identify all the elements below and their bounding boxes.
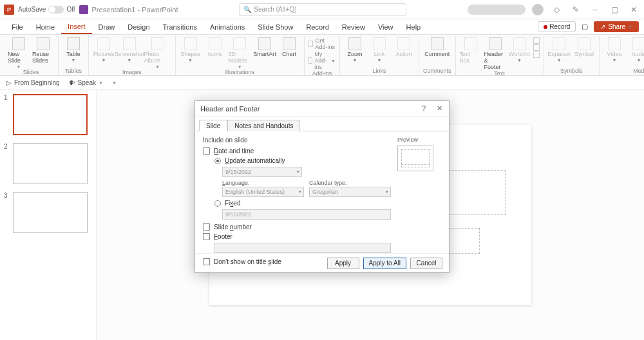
thumb-row-3[interactable]: 3 xyxy=(4,192,92,233)
apply-button[interactable]: Apply xyxy=(327,258,359,269)
tab-draw[interactable]: Draw xyxy=(92,21,122,33)
overflow-button[interactable]: ▼ xyxy=(112,80,117,85)
new-slide-button[interactable]: New Slide▼ xyxy=(8,37,30,69)
apply-to-all-button[interactable]: Apply to All xyxy=(363,258,406,269)
tab-help[interactable]: Help xyxy=(400,21,428,33)
smartart-button[interactable]: SmartArt xyxy=(254,37,276,57)
text-misc-2[interactable] xyxy=(533,44,540,51)
speak-button[interactable]: 🗣 Speak ▼ xyxy=(69,79,103,86)
fixed-date-field[interactable]: 9/15/2022 xyxy=(222,209,391,220)
header-footer-button[interactable]: Header & Footer xyxy=(484,37,506,70)
zoom-button[interactable]: Zoom▼ xyxy=(344,37,366,62)
tab-animations[interactable]: Animations xyxy=(204,21,251,33)
dialog-header[interactable]: Header and Footer ? ✕ xyxy=(195,101,449,117)
link-button[interactable]: Link▼ xyxy=(368,37,390,62)
slide-number-checkbox[interactable] xyxy=(203,223,210,231)
present-button[interactable]: ▢ xyxy=(580,22,590,32)
table-button[interactable]: Table▼ xyxy=(62,37,84,62)
tab-insert[interactable]: Insert xyxy=(61,20,92,34)
user-avatar-icon[interactable] xyxy=(532,4,544,15)
diamond-icon[interactable]: ◇ xyxy=(550,3,563,16)
photo-album-button[interactable]: Photo Album▼ xyxy=(144,37,171,69)
tab-home[interactable]: Home xyxy=(30,21,61,33)
dialog-tab-notes[interactable]: Notes and Handouts xyxy=(227,120,300,131)
smartart-icon xyxy=(258,37,271,50)
table-icon xyxy=(67,37,80,50)
symbol-button[interactable]: Symbol xyxy=(573,37,595,57)
close-button[interactable]: ✕ xyxy=(627,3,640,16)
footer-checkbox[interactable] xyxy=(203,233,210,240)
record-button[interactable]: Record xyxy=(538,21,576,32)
calendar-label: Calendar type: xyxy=(309,180,391,186)
footer-checkbox-row[interactable]: Footer xyxy=(203,233,391,240)
video-button[interactable]: Video▼ xyxy=(603,37,625,62)
group-addins: Get Add-ins My Add-ins▼ Add-ins xyxy=(305,36,340,75)
dialog-help-button[interactable]: ? xyxy=(419,104,428,113)
pencil-icon[interactable]: ✎ xyxy=(569,3,582,16)
search-input[interactable]: 🔍 Search (Alt+Q) xyxy=(239,3,406,16)
my-addins-button[interactable]: My Add-ins▼ xyxy=(308,51,336,70)
minimize-button[interactable]: – xyxy=(589,3,601,16)
screenshot-button[interactable]: Screenshot▼ xyxy=(117,37,142,62)
audio-button[interactable]: Audio▼ xyxy=(628,37,644,62)
group-illustrations-label: Illustrations xyxy=(225,69,255,77)
cancel-button[interactable]: Cancel xyxy=(410,258,442,269)
save-icon[interactable] xyxy=(79,5,88,14)
date-dropdown[interactable]: 9/15/2022 xyxy=(222,167,302,177)
comment-button[interactable]: Comment xyxy=(424,37,450,57)
group-addins-label: Add-ins xyxy=(312,70,332,78)
tab-view[interactable]: View xyxy=(372,21,400,33)
symbol-label: Symbol xyxy=(574,51,594,57)
date-time-checkbox-row[interactable]: Date and time xyxy=(203,147,391,155)
tab-review[interactable]: Review xyxy=(336,21,372,33)
3d-models-button[interactable]: 3D Models▼ xyxy=(229,37,252,69)
tab-file[interactable]: File xyxy=(5,21,30,33)
calendar-dropdown[interactable]: Gregorian xyxy=(309,187,391,197)
language-dropdown[interactable]: English (United States) xyxy=(222,187,304,197)
equation-button[interactable]: Equation▼ xyxy=(548,37,571,62)
shapes-button[interactable]: Shapes▼ xyxy=(180,37,202,62)
get-addins-button[interactable]: Get Add-ins xyxy=(308,37,336,50)
group-media: Video▼ Audio▼ Screen Recording Media xyxy=(600,36,644,75)
autosave-toggle[interactable]: AutoSave Off xyxy=(18,6,75,14)
update-auto-radio[interactable] xyxy=(214,158,221,164)
slide-thumbnail-1[interactable] xyxy=(13,94,88,135)
pictures-button[interactable]: Pictures▼ xyxy=(93,37,115,62)
maximize-button[interactable]: ▢ xyxy=(608,3,621,16)
dialog-tab-slide[interactable]: Slide xyxy=(199,120,227,131)
comment-label: Comment xyxy=(424,51,450,57)
tab-design[interactable]: Design xyxy=(121,21,156,33)
slide-thumbnail-2[interactable] xyxy=(13,143,88,184)
share-button[interactable]: ↗ Share ▼ xyxy=(594,21,639,32)
dialog-tabs: Slide Notes and Handouts xyxy=(195,117,449,131)
tab-record[interactable]: Record xyxy=(299,21,335,33)
tab-slideshow[interactable]: Slide Show xyxy=(251,21,299,33)
slide-number-checkbox-row[interactable]: Slide number xyxy=(203,223,391,231)
chart-button[interactable]: Chart xyxy=(278,37,300,57)
update-auto-radio-row[interactable]: Update automatically xyxy=(214,157,391,164)
reuse-slides-button[interactable]: Reuse Slides xyxy=(32,37,54,64)
screenshot-icon xyxy=(123,37,136,50)
text-misc-1[interactable] xyxy=(533,37,540,44)
from-beginning-button[interactable]: ▷ From Beginning xyxy=(6,79,60,86)
date-time-checkbox[interactable] xyxy=(203,147,210,155)
tab-transitions[interactable]: Transitions xyxy=(156,21,204,33)
wordart-button[interactable]: WordArt▼ xyxy=(509,37,531,62)
icons-button[interactable]: Icons xyxy=(204,37,226,57)
fixed-radio-row[interactable]: Fixed xyxy=(214,200,391,207)
footer-text-field[interactable] xyxy=(214,243,391,253)
link-label: Link xyxy=(374,51,385,57)
slide-thumbnail-3[interactable] xyxy=(13,192,88,233)
group-links: Zoom▼ Link▼ Action Links xyxy=(340,36,419,75)
thumb-row-2[interactable]: 2 xyxy=(4,143,92,184)
fixed-radio[interactable] xyxy=(214,200,221,207)
textbox-button[interactable]: Text Box xyxy=(460,37,482,64)
equation-icon xyxy=(553,37,565,50)
user-name-pill[interactable] xyxy=(468,5,526,15)
action-label: Action xyxy=(395,51,412,57)
dialog-close-button[interactable]: ✕ xyxy=(435,104,444,113)
text-misc-3[interactable] xyxy=(533,52,540,58)
link-icon xyxy=(373,37,386,50)
thumb-row-1[interactable]: 1 xyxy=(4,94,92,135)
action-button[interactable]: Action xyxy=(393,37,415,57)
